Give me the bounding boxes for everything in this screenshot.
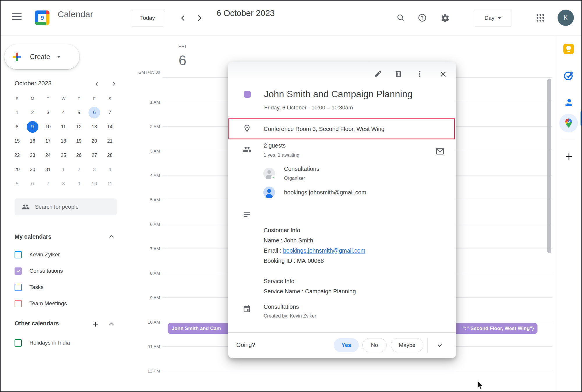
- minical-prev-icon[interactable]: [94, 81, 100, 87]
- hour-label: 2 AM: [125, 124, 160, 129]
- minical-day[interactable]: 7: [104, 107, 116, 118]
- rsvp-more-chevron-icon[interactable]: [436, 342, 443, 349]
- calendar-list-item[interactable]: Tasks: [15, 279, 119, 295]
- time-gutter-line: [166, 77, 166, 392]
- calendar-checkbox[interactable]: [15, 300, 22, 307]
- search-icon[interactable]: [396, 13, 405, 22]
- minical-day[interactable]: 13: [88, 121, 100, 133]
- minical-day[interactable]: 19: [73, 135, 85, 147]
- minical-day[interactable]: 27: [88, 150, 100, 161]
- previous-day-button[interactable]: [179, 14, 187, 22]
- minical-day[interactable]: 18: [58, 135, 69, 147]
- day-number[interactable]: 6: [171, 52, 194, 68]
- minical-day[interactable]: 11: [58, 121, 69, 133]
- minical-day[interactable]: 17: [42, 135, 54, 147]
- more-options-icon[interactable]: [416, 70, 424, 78]
- minical-dow-label: W: [56, 94, 71, 103]
- event-bar-right-segment[interactable]: ":"-Second Floor, West Wing"}: [456, 323, 537, 334]
- minical-day[interactable]: 3: [88, 164, 100, 175]
- minical-day[interactable]: 8: [58, 178, 69, 190]
- calendar-list-item[interactable]: Team Meetings: [15, 295, 119, 312]
- add-other-calendars-icon[interactable]: [91, 320, 100, 328]
- calendar-logo-date: 9: [38, 14, 46, 22]
- minical-day[interactable]: 29: [11, 164, 23, 175]
- search-people-field[interactable]: Search for people: [15, 198, 117, 215]
- rsvp-no-button[interactable]: No: [362, 338, 387, 352]
- main-menu-icon[interactable]: [12, 13, 22, 21]
- google-keep-icon[interactable]: [563, 44, 574, 54]
- minical-day[interactable]: 10: [42, 121, 54, 133]
- minical-day[interactable]: 12: [73, 121, 85, 133]
- vertical-scrollbar[interactable]: [547, 79, 551, 253]
- minical-day[interactable]: 16: [27, 135, 38, 147]
- minical-day[interactable]: 6: [27, 178, 38, 190]
- calendar-checkbox[interactable]: [15, 267, 22, 275]
- calendar-list-item[interactable]: Consultations: [15, 263, 119, 279]
- minical-day[interactable]: 25: [58, 150, 69, 161]
- minical-day[interactable]: 10: [88, 178, 100, 190]
- calendar-list-item[interactable]: Kevin Zylker: [15, 246, 119, 263]
- minical-day-today[interactable]: 9: [27, 121, 38, 133]
- minical-day[interactable]: 15: [11, 135, 23, 147]
- google-apps-grid-icon[interactable]: [535, 13, 545, 23]
- calendar-checkbox[interactable]: [15, 284, 22, 291]
- search-people-placeholder: Search for people: [35, 204, 79, 210]
- calendar-checkbox[interactable]: [15, 251, 22, 258]
- close-icon[interactable]: [439, 70, 448, 79]
- minical-day[interactable]: 30: [27, 164, 38, 175]
- settings-gear-icon[interactable]: [441, 13, 450, 23]
- minical-day[interactable]: 3: [42, 107, 54, 118]
- edge-blue-sliver: [581, 111, 582, 126]
- edit-event-icon[interactable]: [374, 70, 382, 78]
- service-info-heading: Service Info: [264, 276, 365, 286]
- minical-day[interactable]: 5: [11, 178, 23, 190]
- minical-next-icon[interactable]: [111, 81, 117, 87]
- minical-day[interactable]: 4: [58, 107, 69, 118]
- minical-day[interactable]: 23: [27, 150, 38, 161]
- minical-day[interactable]: 5: [73, 107, 85, 118]
- minical-day[interactable]: 7: [42, 178, 54, 190]
- help-icon[interactable]: ?: [418, 13, 427, 22]
- my-calendars-collapse-icon[interactable]: [108, 233, 115, 240]
- minical-day[interactable]: 21: [104, 135, 116, 147]
- calendar-checkbox[interactable]: [15, 339, 22, 347]
- next-day-button[interactable]: [195, 14, 204, 22]
- today-button[interactable]: Today: [131, 10, 164, 26]
- minical-day[interactable]: 31: [42, 164, 54, 175]
- minical-day[interactable]: 22: [11, 150, 23, 161]
- minical-day[interactable]: 24: [42, 150, 54, 161]
- create-button[interactable]: Create: [4, 44, 79, 69]
- calendar-list-item[interactable]: Holidays in India: [15, 335, 119, 351]
- minical-day[interactable]: 28: [104, 150, 116, 161]
- app-title: Calendar: [58, 9, 93, 19]
- event-bar-left-segment[interactable]: John Smith and Cam: [168, 323, 228, 334]
- google-tasks-icon[interactable]: [563, 70, 574, 81]
- delete-event-icon[interactable]: [394, 70, 402, 78]
- rsvp-yes-button[interactable]: Yes: [334, 338, 359, 352]
- minical-day[interactable]: 1: [58, 164, 69, 175]
- get-addons-icon[interactable]: [564, 152, 574, 161]
- event-location[interactable]: Conference Room 3, Second Floor, West Wi…: [264, 126, 384, 132]
- minical-day[interactable]: 1: [11, 107, 23, 118]
- view-selector-dropdown[interactable]: Day: [474, 10, 512, 26]
- minical-day-selected[interactable]: 6: [88, 107, 100, 118]
- google-maps-icon[interactable]: [563, 118, 574, 128]
- minical-day[interactable]: 20: [88, 135, 100, 147]
- google-contacts-icon[interactable]: [563, 97, 574, 108]
- rsvp-maybe-button[interactable]: Maybe: [391, 338, 423, 352]
- minical-day[interactable]: 11: [104, 178, 116, 190]
- minical-day[interactable]: 2: [73, 164, 85, 175]
- other-calendars-collapse-icon[interactable]: [108, 320, 115, 328]
- hour-gridline: [162, 371, 552, 371]
- minical-day[interactable]: 9: [73, 178, 85, 190]
- minical-dow-label: T: [71, 94, 87, 103]
- calendar-logo-icon[interactable]: 9: [35, 10, 49, 25]
- minical-day[interactable]: 8: [11, 121, 23, 133]
- user-avatar[interactable]: K: [558, 10, 574, 26]
- minical-day[interactable]: 26: [73, 150, 85, 161]
- minical-day[interactable]: 4: [104, 164, 116, 175]
- customer-email-link[interactable]: bookings.johnsmith@gmail.com: [283, 247, 365, 254]
- minical-day[interactable]: 2: [27, 107, 38, 118]
- minical-day[interactable]: 14: [104, 121, 116, 133]
- email-guests-icon[interactable]: [435, 147, 445, 156]
